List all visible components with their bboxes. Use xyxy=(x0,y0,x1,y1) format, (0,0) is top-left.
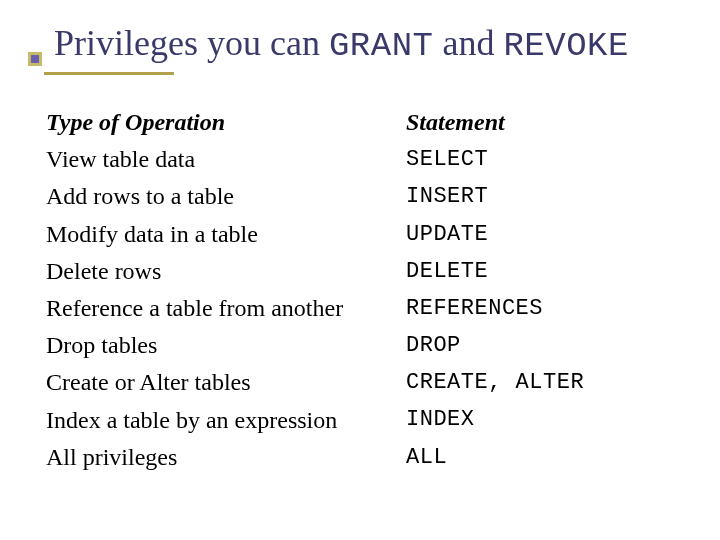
column-header-statement: Statement xyxy=(406,104,680,141)
table-row: REFERENCES xyxy=(406,290,680,327)
slide-title-row: Privileges you can GRANT and REVOKE xyxy=(28,24,700,65)
table-row: Delete rows xyxy=(46,253,406,290)
slide-title: Privileges you can GRANT and REVOKE xyxy=(54,24,629,65)
table-row: DELETE xyxy=(406,253,680,290)
svg-rect-1 xyxy=(31,55,39,63)
table-row: View table data xyxy=(46,141,406,178)
privileges-table: Type of Operation View table data Add ro… xyxy=(46,104,680,476)
title-underline xyxy=(44,72,174,75)
table-row: All privileges xyxy=(46,439,406,476)
column-operation: Type of Operation View table data Add ro… xyxy=(46,104,406,476)
title-keyword-grant: GRANT xyxy=(329,27,434,65)
table-row: CREATE, ALTER xyxy=(406,364,680,401)
table-row: INDEX xyxy=(406,401,680,438)
table-row: INSERT xyxy=(406,178,680,215)
table-row: DROP xyxy=(406,327,680,364)
slide: Privileges you can GRANT and REVOKE Type… xyxy=(0,0,720,540)
table-row: UPDATE xyxy=(406,216,680,253)
title-bullet-icon xyxy=(28,52,42,66)
table-row: ALL xyxy=(406,439,680,476)
table-row: Reference a table from another xyxy=(46,290,406,327)
table-row: Index a table by an expression xyxy=(46,402,406,439)
table-row: Drop tables xyxy=(46,327,406,364)
title-part-pre: Privileges you can xyxy=(54,23,329,63)
table-row: Add rows to a table xyxy=(46,178,406,215)
column-statement: Statement SELECT INSERT UPDATE DELETE RE… xyxy=(406,104,680,476)
column-header-operation: Type of Operation xyxy=(46,104,406,141)
title-keyword-revoke: REVOKE xyxy=(503,27,628,65)
table-row: SELECT xyxy=(406,141,680,178)
table-row: Create or Alter tables xyxy=(46,364,406,401)
title-part-mid: and xyxy=(433,23,503,63)
table-row: Modify data in a table xyxy=(46,216,406,253)
